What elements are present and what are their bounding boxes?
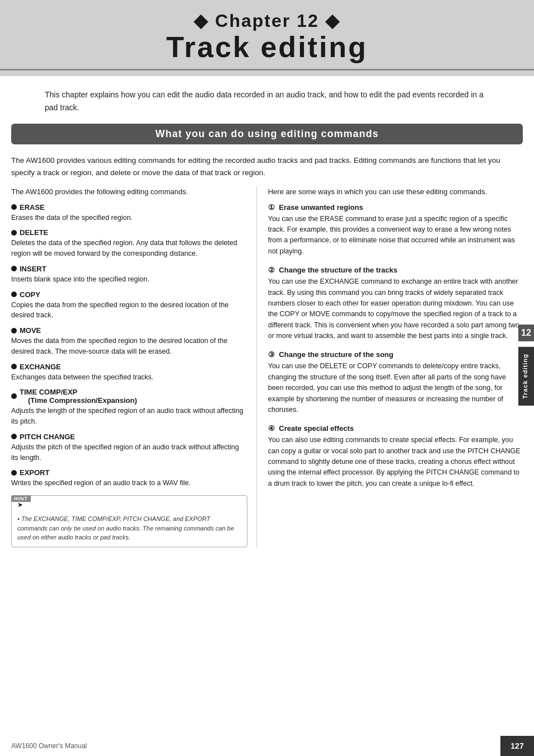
cmd-exchange-title: EXCHANGE [11, 363, 247, 371]
right-item-2-title: ② Change the structure of the tracks [268, 266, 523, 274]
bullet-icon [11, 204, 17, 210]
diamond-right: ◆ [325, 11, 340, 31]
bullet-icon [11, 230, 17, 236]
cmd-insert-title: INSERT [11, 265, 247, 273]
cmd-move-title: MOVE [11, 326, 247, 335]
cmd-erase-text: Erases the data of the specified region. [11, 213, 247, 223]
cmd-insert: INSERT Inserts blank space into the spec… [11, 265, 247, 285]
bullet-icon [11, 364, 17, 369]
right-col-intro: Here are some ways in which you can use … [268, 186, 523, 198]
cmd-pitchchange: PITCH CHANGE Adjusts the pitch of the sp… [11, 433, 247, 463]
cmd-pitchchange-text: Adjusts the pitch of the specified regio… [11, 442, 247, 463]
cmd-delete-title: DELETE [11, 228, 247, 237]
right-item-3: ③ Change the structure of the song You c… [268, 350, 523, 415]
right-item-3-text: You can use the DELETE or COPY commands … [268, 361, 523, 415]
right-item-2-text: You can use the EXCHANGE command to exch… [268, 276, 523, 341]
right-item-4-title: ④ Create special effects [268, 424, 523, 433]
right-item-1: ① Erase unwanted regions You can use the… [268, 203, 523, 257]
cmd-timecomp-text: Adjusts the length of the specified regi… [11, 406, 247, 427]
bullet-icon [11, 292, 17, 297]
cmd-erase-title: ERASE [11, 203, 247, 212]
bullet-icon [11, 328, 17, 334]
footer-page-number: 127 [500, 736, 534, 756]
bullet-icon [11, 470, 17, 476]
cmd-export-title: EXPORT [11, 468, 247, 477]
side-tab-number: 12 [518, 325, 534, 341]
cmd-timecomp-title: TIME COMP/EXP(Time Compression/Expansion… [11, 388, 247, 405]
cmd-exchange: EXCHANGE Exchanges data between the spec… [11, 363, 247, 383]
cmd-copy-title: COPY [11, 290, 247, 299]
chapter-subtitle: Track editing [0, 31, 534, 63]
right-item-3-title: ③ Change the structure of the song [268, 350, 523, 359]
hint-arrow-icon: ➤ [17, 501, 23, 509]
two-column-layout: The AW1600 provides the following editin… [11, 186, 523, 547]
hint-label: HINT [11, 495, 31, 502]
bullet-icon [11, 434, 17, 439]
header-section: ◆ Chapter 12 ◆ Track editing [0, 0, 534, 76]
bullet-icon [11, 266, 17, 271]
chapter-title: ◆ Chapter 12 ◆ [0, 10, 534, 31]
right-item-2: ② Change the structure of the tracks You… [268, 266, 523, 341]
right-item-1-title: ① Erase unwanted regions [268, 203, 523, 212]
cmd-exchange-text: Exchanges data between the specified tra… [11, 372, 247, 383]
chapter-label: Chapter 12 [215, 11, 318, 31]
cmd-delete: DELETE Deletes the data of the specified… [11, 228, 247, 259]
right-column: Here are some ways in which you can use … [257, 186, 523, 547]
footer-bar: AW1600 Owner's Manual 127 [0, 736, 534, 756]
right-item-4-text: You can also use editing commands to cre… [268, 435, 523, 489]
diamond-left: ◆ [194, 11, 209, 31]
section-intro: The AW1600 provides various editing comm… [11, 154, 523, 179]
section-banner: What you can do using editing commands [11, 124, 523, 144]
cmd-delete-text: Deletes the data of the specified region… [11, 238, 247, 259]
intro-text: This chapter explains how you can edit t… [45, 88, 489, 114]
right-item-1-text: You can use the ERASE command to erase j… [268, 214, 523, 257]
bullet-icon [11, 393, 17, 399]
cmd-export: EXPORT Writes the specified region of an… [11, 468, 247, 489]
cmd-move-text: Moves the data from the specified region… [11, 336, 247, 357]
side-tab-label: Track editing [518, 347, 534, 406]
hint-box: HINT ➤ • The EXCHANGE, TIME COMP/EXP, PI… [11, 495, 247, 547]
cmd-export-text: Writes the specified region of an audio … [11, 478, 247, 489]
cmd-timecomp: TIME COMP/EXP(Time Compression/Expansion… [11, 388, 247, 427]
cmd-copy-text: Copies the data from the specified regio… [11, 300, 247, 321]
cmd-erase: ERASE Erases the data of the specified r… [11, 203, 247, 223]
left-col-intro: The AW1600 provides the following editin… [11, 186, 247, 198]
footer-manual-name: AW1600 Owner's Manual [0, 736, 500, 756]
intro-section: This chapter explains how you can edit t… [0, 76, 534, 124]
content-area: The AW1600 provides various editing comm… [0, 154, 534, 547]
cmd-insert-text: Inserts blank space into the specified r… [11, 274, 247, 285]
hint-text: • The EXCHANGE, TIME COMP/EXP, PITCH CHA… [17, 514, 241, 542]
right-item-4: ④ Create special effects You can also us… [268, 424, 523, 489]
header-rule [0, 69, 534, 71]
cmd-pitchchange-title: PITCH CHANGE [11, 433, 247, 441]
left-column: The AW1600 provides the following editin… [11, 186, 257, 547]
cmd-copy: COPY Copies the data from the specified … [11, 290, 247, 321]
cmd-move: MOVE Moves the data from the specified r… [11, 326, 247, 357]
